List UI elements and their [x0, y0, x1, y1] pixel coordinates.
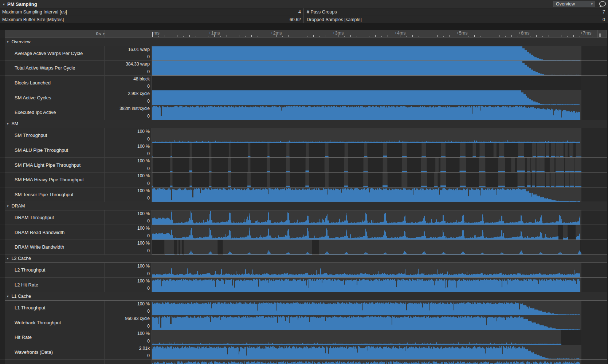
metric-chart[interactable] — [152, 128, 581, 143]
metric-label: DRAM Throughput — [5, 210, 105, 225]
metric-chart[interactable] — [152, 263, 581, 278]
metric-row[interactable]: Writeback Throughput960.83 cycle0 — [0, 315, 607, 330]
comment-icon[interactable] — [599, 1, 607, 7]
metric-row[interactable]: SM Tensor Pipe Throughput100 %0 — [0, 187, 607, 202]
collapse-section-icon[interactable]: ▾ — [3, 2, 5, 6]
metric-chart[interactable] — [152, 143, 581, 158]
metric-chart-canvas[interactable] — [152, 76, 581, 90]
metric-chart[interactable] — [152, 46, 581, 61]
metric-chart-canvas[interactable] — [152, 263, 581, 277]
chart-dead-zone — [581, 158, 607, 173]
metric-chart[interactable] — [152, 158, 581, 173]
metric-chart-canvas[interactable] — [152, 278, 581, 292]
metric-chart[interactable] — [152, 345, 581, 360]
collapse-group-icon[interactable]: ▾ — [7, 40, 9, 44]
metric-row[interactable]: Total Active Warps Per Cycle384.33 warp0 — [0, 61, 607, 76]
metric-chart-canvas[interactable] — [152, 225, 581, 240]
metric-chart[interactable] — [152, 240, 581, 255]
metric-value-scale: 382m inst/cycle0 — [105, 105, 152, 120]
metric-chart-canvas[interactable] — [152, 173, 581, 187]
metric-row[interactable]: SM FMA Heavy Pipe Throughput100 %0 — [0, 173, 607, 187]
metric-max-value: 100 % — [137, 211, 150, 216]
metric-chart[interactable] — [152, 90, 581, 105]
metric-label: SM ALU Pipe Throughput — [5, 143, 105, 158]
metric-chart[interactable] — [152, 225, 581, 240]
metric-chart-canvas[interactable] — [152, 210, 581, 225]
group-row[interactable]: ▾SM — [0, 120, 607, 128]
metric-row[interactable]: DRAM Write Bandwidth100 %0 — [0, 240, 607, 255]
metric-chart[interactable] — [152, 360, 581, 364]
metric-row[interactable]: Executed Ipc Active382m inst/cycle0 — [0, 105, 607, 120]
metric-label: SM FMA Light Pipe Throughput — [5, 158, 105, 173]
scrollbar-corner[interactable] — [597, 30, 607, 38]
chevron-down-icon: ▾ — [591, 2, 593, 6]
metric-chart-canvas[interactable] — [152, 90, 581, 105]
metric-chart-canvas[interactable] — [152, 301, 581, 315]
metric-row[interactable]: SM ALU Pipe Throughput100 %0 — [0, 143, 607, 158]
metric-row[interactable]: Blocks Launched48 block0 — [0, 76, 607, 91]
time-ruler[interactable]: ms+1ms+2ms+3ms+4ms+5ms+6ms+7ms — [5, 30, 597, 37]
metric-chart-canvas[interactable] — [152, 143, 581, 158]
metric-row[interactable]: SM Active Cycles2.90k cycle0 — [0, 90, 607, 105]
metric-min-value: 0 — [147, 166, 150, 171]
metric-row[interactable] — [0, 360, 607, 364]
metric-chart[interactable] — [152, 61, 581, 76]
group-row[interactable]: ▾L2 Cache — [0, 255, 607, 263]
ruler-tick — [295, 36, 295, 37]
metric-row[interactable]: DRAM Throughput100 %0 — [0, 210, 607, 225]
collapse-group-icon[interactable]: ▾ — [7, 257, 9, 260]
column-divider — [303, 8, 307, 16]
metric-row[interactable]: Hit Rate100 %0 — [0, 330, 607, 345]
chart-dead-zone — [581, 345, 607, 360]
metric-chart[interactable] — [152, 330, 581, 345]
metric-chart-canvas[interactable] — [152, 46, 581, 61]
metric-chart-canvas[interactable] — [152, 105, 581, 120]
metric-chart-canvas[interactable] — [152, 240, 581, 254]
ruler-tick — [530, 36, 530, 37]
group-row[interactable]: ▾L1 Cache — [0, 292, 607, 301]
metric-chart[interactable] — [152, 278, 581, 293]
scrollbar-knob[interactable] — [599, 33, 601, 37]
chart-dead-zone — [581, 360, 607, 364]
row-gutter — [0, 143, 5, 158]
metric-max-value: 384.33 warp — [126, 62, 150, 67]
metric-label: SM FMA Heavy Pipe Throughput — [5, 173, 105, 187]
chart-dead-zone — [581, 105, 607, 120]
metric-chart-canvas[interactable] — [152, 158, 581, 172]
metric-chart[interactable] — [152, 76, 581, 91]
metric-chart-canvas[interactable] — [152, 61, 581, 75]
chart-dead-zone — [581, 61, 607, 76]
collapse-group-icon[interactable]: ▾ — [7, 122, 9, 126]
metric-row[interactable]: L2 Hit Rate100 %0 — [0, 278, 607, 293]
collapse-group-icon[interactable]: ▾ — [7, 294, 9, 298]
collapse-group-icon[interactable]: ▾ — [7, 204, 9, 208]
metric-max-value: 100 % — [137, 188, 150, 193]
metric-row[interactable]: Wavefronts (Data)2.01k0 — [0, 345, 607, 360]
metric-chart-canvas[interactable] — [152, 345, 581, 360]
metric-chart[interactable] — [152, 173, 581, 187]
group-row[interactable]: ▾Overview — [0, 38, 607, 46]
metric-chart-canvas[interactable] — [152, 330, 581, 345]
ruler-tick — [586, 35, 586, 37]
metric-value-scale: 16.01 warp0 — [105, 46, 152, 61]
metric-chart[interactable] — [152, 210, 581, 225]
metric-label: DRAM Write Bandwidth — [5, 240, 105, 255]
metric-chart[interactable] — [152, 315, 581, 330]
metric-chart-canvas[interactable] — [152, 128, 581, 143]
metric-row[interactable]: DRAM Read Bandwidth100 %0 — [0, 225, 607, 240]
view-selector-dropdown[interactable]: Overview ▾ — [553, 1, 595, 7]
metric-chart-canvas[interactable] — [152, 315, 581, 330]
metric-chart[interactable] — [152, 105, 581, 120]
metric-row[interactable]: L2 Throughput100 %0 — [0, 263, 607, 278]
metric-row[interactable]: SM Throughput100 %0 — [0, 128, 607, 143]
metric-row[interactable]: Average Active Warps Per Cycle16.01 warp… — [0, 46, 607, 61]
group-row[interactable]: ▾DRAM — [0, 202, 607, 210]
metric-row[interactable]: L1 Throughput100 %0 — [0, 301, 607, 316]
metric-row[interactable]: SM FMA Light Pipe Throughput100 %0 — [0, 158, 607, 173]
ruler-tick — [313, 35, 314, 37]
metric-chart-canvas[interactable] — [152, 360, 581, 364]
metric-value-scale: 100 %0 — [105, 330, 152, 345]
metric-chart-canvas[interactable] — [152, 187, 581, 202]
metric-chart[interactable] — [152, 187, 581, 202]
metric-chart[interactable] — [152, 301, 581, 316]
